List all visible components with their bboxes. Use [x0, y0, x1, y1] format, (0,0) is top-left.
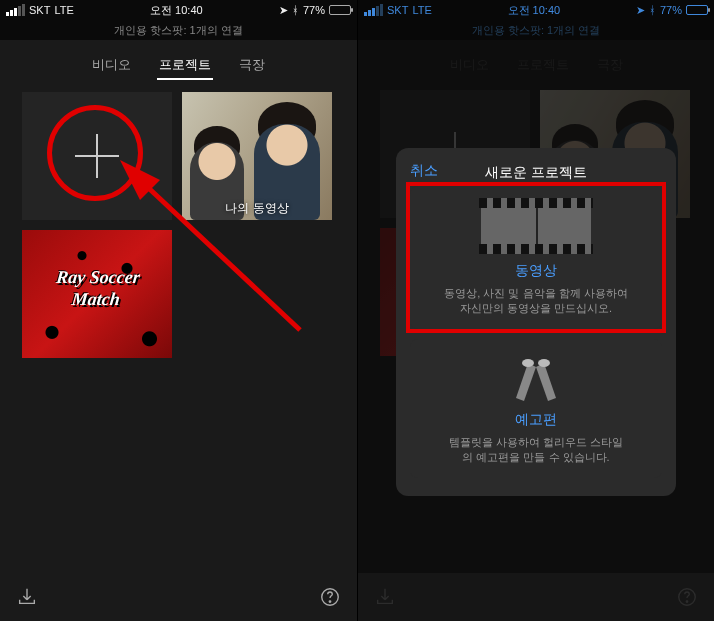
- filmstrip-icon: [481, 200, 591, 252]
- svg-point-8: [522, 359, 534, 367]
- cancel-button[interactable]: 취소: [410, 162, 438, 180]
- project-tile-my-video[interactable]: 나의 동영상: [182, 92, 332, 220]
- battery-icon: [329, 5, 351, 15]
- import-icon[interactable]: [16, 586, 38, 608]
- carrier-label: SKT: [29, 4, 50, 16]
- add-project-tile[interactable]: [22, 92, 172, 220]
- plus-icon: [75, 134, 119, 178]
- top-tabs: 비디오 프로젝트 극장: [0, 40, 357, 92]
- svg-point-1: [329, 601, 330, 602]
- hotspot-subtitle: 개인용 핫스팟: 1개의 연결: [0, 20, 357, 40]
- status-bar: SKT LTE 오전 10:40 ➤ ᚼ 77%: [0, 0, 357, 20]
- option-trailer-title: 예고편: [422, 411, 650, 429]
- poster-title: Ray Soccer Match: [28, 266, 167, 310]
- location-icon: ➤: [279, 4, 288, 17]
- svg-marker-7: [536, 363, 556, 401]
- option-trailer-desc: 템플릿을 사용하여 헐리우드 스타일 의 예고편을 만들 수 있습니다.: [422, 435, 650, 466]
- tab-theater[interactable]: 극장: [237, 52, 267, 80]
- signal-icon: [6, 4, 25, 16]
- battery-pct-label: 77%: [303, 4, 325, 16]
- svg-marker-6: [516, 363, 536, 401]
- tab-video[interactable]: 비디오: [90, 52, 133, 80]
- project-tile-soccer[interactable]: Ray Soccer Match: [22, 230, 172, 358]
- option-movie[interactable]: 동영상 동영상, 사진 및 음악을 함께 사용하여 자신만의 동영상을 만드십시…: [410, 186, 662, 329]
- project-grid: 나의 동영상 Ray Soccer Match: [0, 92, 357, 358]
- new-project-modal: 취소 새로운 프로젝트 동영상 동영상, 사진 및 음악을 함께 사용하여 자신…: [396, 148, 676, 496]
- screenshot-right: SKT LTE 오전 10:40 ➤ ᚼ 77% 개인용 핫스팟: 1개의 연결…: [357, 0, 714, 621]
- bottom-toolbar: [0, 573, 357, 621]
- tab-project[interactable]: 프로젝트: [157, 52, 213, 80]
- spotlights-icon: [506, 353, 566, 403]
- bluetooth-icon: ᚼ: [292, 4, 299, 16]
- option-movie-desc: 동영상, 사진 및 음악을 함께 사용하여 자신만의 동영상을 만드십시오.: [422, 286, 650, 317]
- network-label: LTE: [54, 4, 73, 16]
- svg-point-9: [538, 359, 550, 367]
- clock-label: 오전 10:40: [150, 3, 203, 18]
- project-caption: 나의 동영상: [182, 200, 332, 217]
- option-trailer[interactable]: 예고편 템플릿을 사용하여 헐리우드 스타일 의 예고편을 만들 수 있습니다.: [410, 339, 662, 478]
- screenshot-left: SKT LTE 오전 10:40 ➤ ᚼ 77% 개인용 핫스팟: 1개의 연결…: [0, 0, 357, 621]
- help-icon[interactable]: [319, 586, 341, 608]
- modal-title: 새로운 프로젝트: [485, 164, 587, 182]
- option-movie-title: 동영상: [422, 262, 650, 280]
